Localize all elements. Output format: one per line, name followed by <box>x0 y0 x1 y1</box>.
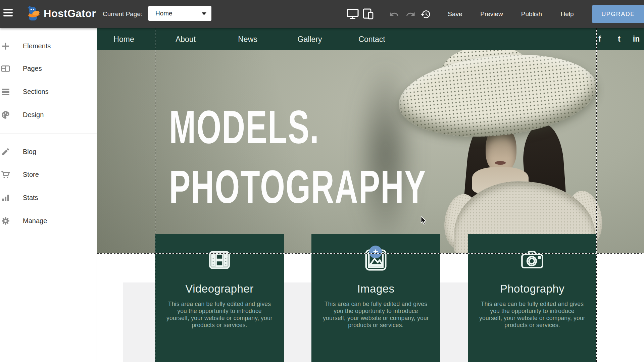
sidebar-item-sections[interactable]: Sections <box>0 85 97 98</box>
hostgator-logo: HostGator <box>26 6 96 22</box>
card-body: This area can be fully edited and gives … <box>478 301 586 329</box>
current-page-label: Current Page: <box>103 0 142 28</box>
site-nav-gallery[interactable]: Gallery <box>298 28 322 50</box>
sidebar-item-store[interactable]: Store <box>0 168 97 181</box>
sidebar-item-label: Manage <box>23 217 47 225</box>
mobile-view-icon[interactable] <box>362 0 375 28</box>
selection-guide-right <box>596 28 597 362</box>
history-icon[interactable] <box>420 0 431 28</box>
selection-guide-bottom <box>97 253 644 254</box>
editor-sidebar: Elements Pages Sections Design <box>0 28 97 362</box>
hero-title[interactable]: MODELS. PHOTOGRAPHY <box>169 97 427 217</box>
card-title: Images <box>311 282 440 295</box>
sidebar-item-blog[interactable]: Blog <box>0 145 97 158</box>
sections-icon <box>1 87 10 96</box>
hero-title-line2: PHOTOGRAPHY <box>169 157 427 217</box>
twitter-icon[interactable]: t <box>618 28 621 50</box>
facebook-icon[interactable]: f <box>598 28 601 50</box>
sidebar-item-label: Design <box>23 111 44 119</box>
gear-icon <box>1 216 10 225</box>
sidebar-item-label: Pages <box>23 65 42 72</box>
sidebar-item-elements[interactable]: Elements <box>0 39 97 53</box>
card-body: This area can be fully edited and gives … <box>322 301 430 329</box>
editor-topbar: HostGator Current Page: Home Save Previe… <box>0 0 644 28</box>
gator-mascot-icon <box>26 6 41 22</box>
plus-icon <box>1 42 10 51</box>
save-button[interactable]: Save <box>448 0 462 28</box>
sidebar-item-manage[interactable]: Manage <box>0 214 97 227</box>
pencil-icon <box>1 147 10 156</box>
sidebar-item-label: Store <box>23 171 39 178</box>
chevron-down-icon <box>202 12 206 15</box>
site-navbar: Home About News Gallery Contact f t in <box>97 28 644 50</box>
card-title: Photography <box>468 282 597 295</box>
brand-name: HostGator <box>44 8 96 20</box>
sidebar-item-stats[interactable]: Stats <box>0 191 97 204</box>
camera-icon <box>519 247 545 273</box>
preview-button[interactable]: Preview <box>480 0 503 28</box>
site-nav-contact[interactable]: Contact <box>358 28 385 50</box>
site-nav-home[interactable]: Home <box>113 28 134 50</box>
sidebar-item-pages[interactable]: Pages <box>0 62 97 75</box>
publish-button[interactable]: Publish <box>521 0 542 28</box>
film-icon <box>206 247 233 273</box>
site-nav-news[interactable]: News <box>238 28 257 50</box>
site-preview-canvas: Home About News Gallery Contact f t in M… <box>97 28 644 362</box>
image-icon: + <box>363 247 389 273</box>
card-title: Videographer <box>155 282 284 295</box>
palette-icon <box>1 110 10 119</box>
site-nav-about[interactable]: About <box>176 28 196 50</box>
sidebar-item-label: Elements <box>23 42 51 50</box>
hero-section[interactable]: MODELS. PHOTOGRAPHY <box>97 50 644 253</box>
selection-guide-left <box>155 28 155 362</box>
hero-title-line1: MODELS. <box>169 97 427 157</box>
redo-icon[interactable] <box>406 0 415 28</box>
undo-icon[interactable] <box>389 0 399 28</box>
mouse-cursor <box>420 216 428 225</box>
page-dropdown-value: Home <box>155 10 172 17</box>
sidebar-item-label: Blog <box>23 148 36 156</box>
card-body: This area can be fully edited and gives … <box>165 301 274 329</box>
desktop-view-icon[interactable] <box>346 0 359 28</box>
hamburger-menu-icon[interactable] <box>3 9 13 18</box>
help-button[interactable]: Help <box>560 0 574 28</box>
sidebar-item-label: Sections <box>23 88 49 96</box>
sidebar-item-label: Stats <box>23 194 38 202</box>
upgrade-button[interactable]: UPGRADE <box>592 5 644 23</box>
cart-icon <box>1 170 10 179</box>
add-image-button[interactable]: + <box>369 246 382 258</box>
pages-icon <box>1 64 10 73</box>
sidebar-divider <box>0 134 97 134</box>
sidebar-item-design[interactable]: Design <box>0 108 97 121</box>
bar-chart-icon <box>1 193 10 202</box>
page-dropdown[interactable]: Home <box>148 6 211 21</box>
linkedin-icon[interactable]: in <box>633 28 640 50</box>
